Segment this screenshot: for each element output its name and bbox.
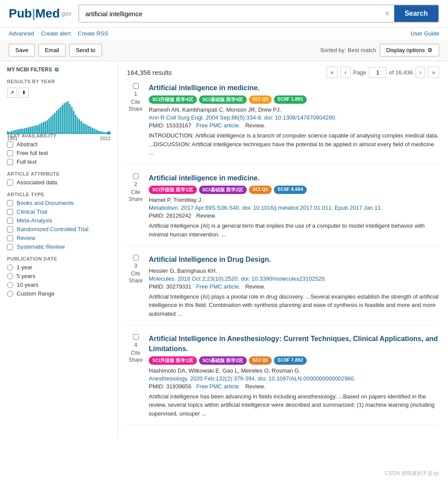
clinical-trial-checkbox[interactable]	[7, 209, 13, 215]
article-item: 1 Cite Share Artificial intelligence in …	[127, 83, 439, 165]
article-checkbox[interactable]	[133, 255, 139, 261]
clear-button[interactable]: ×	[381, 6, 394, 22]
ten-years-radio[interactable]	[7, 282, 13, 288]
display-options-button[interactable]: Display options ⚙	[380, 44, 439, 56]
custom-range-radio[interactable]	[7, 291, 13, 297]
randomized-filter[interactable]: Randomized Controlled Trial	[7, 226, 111, 232]
logo-med: Med	[35, 7, 60, 21]
article-attribute-title: ARTICLE ATTRIBUTE	[7, 171, 111, 176]
systematic-review-filter[interactable]: Systematic Review	[7, 243, 111, 250]
full-text-checkbox[interactable]	[7, 159, 13, 165]
chart-range: 1951 2022	[7, 136, 111, 141]
article-share[interactable]: Share	[129, 278, 143, 284]
main-layout: MY NCBI FILTERS ⧉ RESULTS BY YEAR ↗ ⬇	[0, 61, 448, 439]
search-bar: × Search	[78, 4, 439, 23]
abstract-filter[interactable]: Abstract	[7, 141, 111, 148]
first-page-button[interactable]: «	[326, 67, 338, 78]
article-cite[interactable]: Cite	[131, 189, 140, 195]
article-title-link[interactable]: Artificial intelligence in medicine.	[149, 174, 259, 182]
review-checkbox[interactable]	[7, 235, 13, 241]
svg-rect-21	[46, 120, 48, 134]
svg-rect-22	[49, 118, 50, 133]
advanced-link[interactable]: Advanced	[9, 30, 34, 37]
one-year-filter[interactable]: 1 year	[7, 264, 111, 271]
free-full-text-filter[interactable]: Free full text	[7, 150, 111, 156]
badge: SCIIF 8.694	[274, 186, 307, 194]
create-rss-link[interactable]: Create RSS	[78, 30, 108, 37]
ten-years-filter[interactable]: 10 years	[7, 282, 111, 288]
search-button[interactable]: Search	[394, 5, 438, 22]
page-input[interactable]	[369, 67, 386, 78]
books-docs-label[interactable]: Books and Documents	[17, 200, 74, 206]
books-docs-filter[interactable]: Books and Documents	[7, 200, 111, 206]
display-options-label: Display options	[386, 47, 425, 53]
five-years-filter[interactable]: 5 years	[7, 273, 111, 279]
article-checkbox[interactable]	[133, 173, 139, 179]
send-to-button[interactable]: Send to	[69, 44, 102, 56]
article-left: 1 Cite Share	[127, 83, 144, 157]
systematic-review-checkbox[interactable]	[7, 244, 13, 250]
article-title-link[interactable]: Artificial Intelligence in Drug Design.	[149, 256, 271, 263]
article-cite[interactable]: Cite	[131, 271, 140, 277]
save-button[interactable]: Save	[9, 44, 35, 56]
article-checkbox[interactable]	[133, 83, 139, 89]
custom-range-filter[interactable]: Custom Range	[7, 290, 111, 297]
user-guide-link[interactable]: User Guide	[410, 30, 439, 37]
randomized-checkbox[interactable]	[7, 226, 13, 232]
svg-rect-45	[92, 128, 93, 134]
article-share[interactable]: Share	[129, 196, 143, 202]
chart-download-btn[interactable]: ⬇	[19, 88, 29, 98]
email-button[interactable]: Email	[38, 44, 66, 56]
clinical-trial-filter[interactable]: Clinical Trial	[7, 208, 111, 215]
logo-cursor: |	[32, 7, 35, 21]
clinical-trial-label[interactable]: Clinical Trial	[17, 208, 47, 215]
randomized-label[interactable]: Randomized Controlled Trial	[17, 226, 88, 232]
books-docs-checkbox[interactable]	[7, 200, 13, 206]
prev-page-button[interactable]: ‹	[340, 67, 350, 78]
review-label[interactable]: Review	[17, 235, 35, 241]
abstract-checkbox[interactable]	[7, 141, 13, 148]
article-review: Review.	[193, 212, 216, 219]
svg-rect-12	[30, 127, 31, 134]
svg-rect-46	[94, 129, 95, 134]
article-body: Artificial intelligence in medicine. SCI…	[149, 83, 439, 157]
next-page-button[interactable]: ›	[416, 67, 426, 78]
article-cite[interactable]: Cite	[131, 99, 140, 105]
svg-rect-8	[22, 129, 23, 134]
article-title-link[interactable]: Artificial intelligence in medicine.	[149, 84, 259, 92]
article-checkbox[interactable]	[133, 334, 139, 340]
review-filter[interactable]: Review	[7, 235, 111, 241]
article-share[interactable]: Share	[129, 106, 143, 112]
meta-analysis-checkbox[interactable]	[7, 218, 13, 224]
svg-rect-14	[33, 126, 35, 133]
svg-rect-17	[39, 124, 40, 134]
last-page-button[interactable]: »	[428, 67, 439, 78]
year-start: 1951	[7, 136, 18, 141]
article-authors: Hessler G, Baringhaus KH.	[149, 268, 439, 274]
article-title-link[interactable]: Artificial Intelligence in Anesthesiolog…	[149, 335, 438, 352]
five-years-radio[interactable]	[7, 273, 13, 279]
article-pmid: PMID: 15333167	[149, 122, 192, 129]
meta-analysis-filter[interactable]: Meta-Analysis	[7, 217, 111, 224]
badge: SCI升级版 医学4区	[149, 95, 197, 104]
article-share[interactable]: Share	[129, 357, 143, 363]
one-year-radio[interactable]	[7, 264, 13, 271]
meta-analysis-label[interactable]: Meta-Analysis	[17, 217, 52, 224]
associated-data-checkbox[interactable]	[7, 180, 13, 186]
associated-data-filter[interactable]: Associated data	[7, 179, 111, 186]
full-text-filter[interactable]: Full text	[7, 158, 111, 165]
search-input[interactable]	[79, 6, 381, 22]
article-journal: Molecules. 2018 Oct 2;23(10):2520. doi: …	[149, 275, 439, 282]
svg-rect-29	[62, 105, 63, 134]
article-meta: PMID: 28126242 Review.	[149, 212, 439, 219]
svg-rect-26	[56, 111, 57, 134]
article-pmid: PMID: 30279331	[149, 283, 192, 290]
article-cite[interactable]: Cite	[131, 350, 140, 356]
free-full-text-checkbox[interactable]	[7, 150, 13, 156]
badge: SCI基础版 医学4区	[199, 95, 247, 104]
systematic-review-label[interactable]: Systematic Review	[17, 243, 65, 250]
results-content: 164,356 results « ‹ Page of 16,436 › » 1…	[118, 61, 448, 439]
create-alert-link[interactable]: Create alert	[41, 30, 71, 37]
svg-rect-30	[63, 103, 65, 134]
chart-expand-btn[interactable]: ↗	[7, 88, 17, 98]
